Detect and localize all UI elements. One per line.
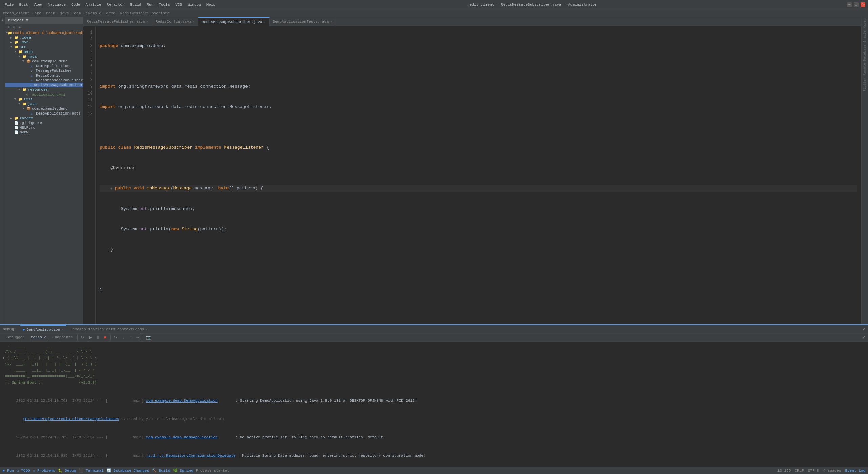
indent-indicator[interactable]: 4 spaces	[823, 469, 841, 473]
gradle-icon[interactable]: Gradle	[863, 30, 867, 43]
pause-button[interactable]: ⏸	[95, 334, 101, 341]
menu-vcs[interactable]: VCS	[173, 2, 184, 7]
menu-run[interactable]: Run	[144, 2, 155, 7]
step-into-button[interactable]: ↓	[120, 334, 126, 341]
tab-close-icon[interactable]: ✕	[61, 328, 63, 332]
step-over-button[interactable]: ↷	[113, 334, 119, 341]
breadcrumb-item[interactable]: src	[35, 11, 41, 15]
code-content[interactable]: package com.example.demo; import org.spr…	[96, 26, 861, 324]
locate-icon[interactable]: ◎	[12, 25, 16, 29]
breadcrumb-item[interactable]: main	[46, 11, 55, 15]
stop-button[interactable]: ■	[102, 334, 108, 341]
settings-icon[interactable]: ⚙	[7, 25, 11, 29]
breadcrumb-item[interactable]: redis_client	[3, 11, 29, 15]
build-status[interactable]: 🔨 Build	[152, 468, 170, 473]
menu-bar[interactable]: File Edit View Navigate Code Analyze Ref…	[3, 2, 217, 7]
collapse-icon[interactable]: ≡	[18, 25, 22, 29]
flutter-icon[interactable]: Flutter	[863, 77, 867, 91]
tree-item-mvn[interactable]: ▶ 📁 .mvn	[5, 40, 83, 45]
step-out-button[interactable]: ↑	[127, 334, 134, 341]
tree-item-java-main[interactable]: ▼ 📁 java	[5, 54, 83, 59]
crlf-indicator[interactable]: CRLF	[795, 469, 804, 473]
database-changes-status[interactable]: 🔄 Database Changes	[106, 468, 149, 473]
tree-item-demo-application[interactable]: ☕ DemoApplication	[5, 64, 83, 68]
window-controls[interactable]: ─ □ ✕	[847, 2, 865, 7]
tree-item-help[interactable]: 📄 HELP.md	[5, 125, 83, 130]
tab-close-icon[interactable]: ✕	[145, 327, 147, 331]
maximize-button[interactable]: □	[854, 2, 859, 7]
debugger-tab[interactable]: Debugger	[4, 335, 27, 340]
tree-item-redis-config[interactable]: ☕ RedisConfig	[5, 73, 83, 78]
breadcrumb-item[interactable]: example	[86, 11, 101, 15]
tab-close-icon[interactable]: ✕	[193, 20, 195, 24]
menu-navigate[interactable]: Navigate	[46, 2, 68, 7]
debug-status[interactable]: 🐛 Debug	[58, 468, 76, 473]
database-icon[interactable]: Database	[863, 45, 867, 61]
tab-redis-config[interactable]: RedisConfig.java ✕	[152, 17, 199, 26]
restart-button[interactable]: ⟳	[80, 334, 86, 341]
tree-item-message-publisher[interactable]: ◇ MessagePublisher	[5, 68, 83, 73]
menu-help[interactable]: Help	[204, 2, 217, 7]
todo-status[interactable]: ☑ TODO	[17, 468, 30, 473]
tree-item-resources[interactable]: ▼ 📁 resources	[5, 87, 83, 92]
tree-item-mvnw[interactable]: 📄 mvnw	[5, 130, 83, 135]
tree-item-target[interactable]: ▶ 📁 target	[5, 116, 83, 121]
tree-item-main[interactable]: ▼ 📁 main	[5, 49, 83, 54]
spring-status[interactable]: 🌿 Spring	[173, 468, 193, 473]
tab-close-icon[interactable]: ✕	[264, 20, 266, 24]
maven-icon[interactable]: Maven	[863, 18, 867, 28]
breadcrumb-item[interactable]: RedisMessageSubscriber	[120, 11, 170, 15]
run-to-cursor-button[interactable]: →|	[135, 334, 141, 341]
tab-close-icon[interactable]: ✕	[146, 20, 149, 24]
menu-edit[interactable]: Edit	[17, 2, 30, 7]
endpoints-tab[interactable]: Endpoints	[50, 335, 75, 340]
debug-tab-demo[interactable]: ▶ DemoApplication ✕	[20, 325, 66, 333]
breadcrumb-item[interactable]: demo	[106, 11, 115, 15]
tab-redis-publisher[interactable]: RedisMessagePublisher.java ✕	[83, 17, 152, 26]
process-status: Process started	[196, 469, 230, 473]
camera-button[interactable]: 📷	[145, 334, 152, 341]
settings-icon[interactable]: ⚙	[863, 327, 865, 331]
line-col-indicator[interactable]: 13:165	[777, 469, 791, 473]
project-panel-header: Project ▼	[5, 17, 83, 24]
debug-tab-tests[interactable]: DemoApplicationTests.contextLoads ✕	[67, 325, 150, 333]
terminal-status[interactable]: ⬛ Terminal	[79, 468, 103, 473]
tab-close-icon[interactable]: ✕	[330, 20, 332, 24]
menu-build[interactable]: Build	[128, 2, 143, 7]
tree-item-demo-tests[interactable]: ☕ DemoApplicationTests	[5, 111, 83, 116]
menu-window[interactable]: Window	[185, 2, 203, 7]
menu-code[interactable]: Code	[69, 2, 82, 7]
tab-redis-subscriber[interactable]: RedisMessageSubscriber.java ✕	[198, 17, 269, 26]
minimize-button[interactable]: ─	[847, 2, 852, 7]
menu-file[interactable]: File	[3, 2, 16, 7]
tree-item-gitignore[interactable]: 📄 .gitignore	[5, 121, 83, 125]
tree-item-application-yml[interactable]: ⚙ application.yml	[5, 92, 83, 97]
menu-analyze[interactable]: Analyze	[83, 2, 103, 7]
tree-item-src[interactable]: ▼ 📁 src	[5, 45, 83, 49]
console-tab[interactable]: Console	[28, 335, 49, 340]
tree-item-java-test[interactable]: ▼ 📁 java	[5, 102, 83, 106]
tree-item-test[interactable]: ▼ 📁 test	[5, 97, 83, 102]
breadcrumb-item[interactable]: com	[74, 11, 81, 15]
menu-refactor[interactable]: Refactor	[105, 2, 127, 7]
event-log-link[interactable]: Event Log	[845, 469, 865, 473]
problems-status[interactable]: ⚠ Problems	[33, 468, 55, 473]
resume-button[interactable]: ▶	[87, 334, 93, 341]
code-editor[interactable]: 1 2 3 4 5 6 7 8 9 10 11 12 13 package co…	[83, 26, 861, 324]
run-status[interactable]: ▶ Run	[3, 468, 14, 473]
menu-tools[interactable]: Tools	[157, 2, 172, 7]
tree-item-root[interactable]: ▼ 📁 redis_client E:\IdeaProject\redis_cl…	[5, 30, 83, 35]
breadcrumb-item[interactable]: java	[60, 11, 69, 15]
tree-item-redis-subscriber[interactable]: ☕ RedisMessageSubscriber	[5, 83, 83, 87]
tree-item-package[interactable]: ▼ 📦 com.example.demo	[5, 59, 83, 64]
tree-item-idea[interactable]: ▶ 📁 .idea	[5, 35, 83, 40]
project-icon[interactable]: 1	[0, 18, 5, 23]
encoding-indicator[interactable]: UTF-8	[808, 469, 819, 473]
close-button[interactable]: ✕	[861, 2, 865, 7]
menu-view[interactable]: View	[32, 2, 44, 7]
tree-item-test-package[interactable]: ▼ 📦 com.example.demo	[5, 106, 83, 111]
tree-item-redis-publisher[interactable]: ☕ RedisMessagePublisher	[5, 78, 83, 83]
expand-button[interactable]: ⤢	[861, 334, 867, 341]
remote-icon[interactable]: Remote	[863, 63, 867, 75]
tab-demo-tests[interactable]: DemoApplicationTests.java ✕	[270, 17, 336, 26]
